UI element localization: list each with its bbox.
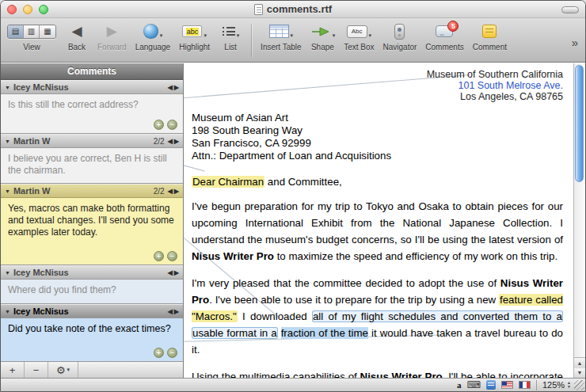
text-box-icon[interactable]: Abc [347,25,367,38]
view-segmented-control[interactable]: ▤ ▥ ▦ [7,25,56,39]
titlebar[interactable]: comments.rtf [1,1,585,18]
prev-comment-icon[interactable]: ◀ [168,188,173,195]
comment-body[interactable]: Did you take note of the exact times? +− [1,318,183,361]
prev-comment-icon[interactable]: ◀ [168,308,173,315]
comment-card-4[interactable]: ▼ Icey McNisus ◀▶ Where did you find the… [1,265,183,304]
zoom-control[interactable]: 125% ▲▼ [542,380,571,390]
toolbar-back-button[interactable]: ◀ Back [65,22,89,51]
view-grid-icon[interactable]: ▦ [40,25,55,38]
comment-body[interactable]: I believe you are correct, Ben H is stil… [1,148,183,183]
comment-actions-menu-button[interactable]: ⚙▾ [48,362,78,378]
input-source-icon[interactable] [486,380,496,390]
minimize-button[interactable] [23,5,32,14]
dropdown-arrow-icon[interactable]: ▾ [369,32,372,39]
document-page[interactable]: Museum of Southern California 101 South … [184,63,573,378]
comment-card-2[interactable]: ▼ Martin W 2/2 ◀▶ I believe you are corr… [1,134,183,184]
toolbar-comments-button[interactable]: 5 Comments [425,22,463,51]
highlight-icon[interactable]: abc [182,25,202,37]
dropdown-arrow-icon[interactable]: ▾ [291,32,294,39]
comment-card-header[interactable]: ▼ Icey McNisus ◀▶ [1,80,183,94]
comments-bubble-icon[interactable]: 5 [436,25,453,37]
next-comment-icon[interactable]: ▶ [174,269,179,276]
view-draft-icon[interactable]: ▤ [8,25,24,38]
toolbar-overflow-chevron[interactable]: » [569,36,580,49]
toolbar-navigator-button[interactable]: Navigator [383,22,417,51]
add-reply-button[interactable]: + [154,348,164,358]
window-controls [7,5,48,14]
list-icon[interactable] [222,26,235,36]
zoom-level: 125% [542,380,565,390]
shape-arrow-icon[interactable] [310,25,331,39]
comment-card-5[interactable]: ▼ Icey McNisus ◀▶ Did you take note of t… [1,304,183,362]
comment-card-1[interactable]: ▼ Icey McNisus ◀▶ Is this still the corr… [1,80,183,134]
toolbar-insert-table-button[interactable]: ▾ Insert Table [261,22,302,51]
toolbar-language-button[interactable]: ▾ Language [135,22,171,51]
add-reply-button[interactable]: + [154,251,164,261]
zoom-down-icon[interactable]: ▼ [567,385,571,389]
add-reply-button[interactable]: + [154,120,164,130]
zoom-stepper[interactable]: ▲▼ [567,381,571,389]
table-icon[interactable] [269,25,289,38]
prev-comment-icon[interactable]: ◀ [168,138,173,145]
paragraph-1: I've begun preparation for my trip to To… [192,198,563,265]
comment-card-header[interactable]: ▼ Martin W 2/2 ◀▶ [1,184,183,198]
back-arrow-icon[interactable]: ◀ [71,25,82,38]
toolbar-label-insert-table: Insert Table [261,43,302,51]
delete-comment-button[interactable]: − [167,348,177,358]
scroll-up-arrow[interactable]: ▲ [574,358,585,368]
comment-card-header[interactable]: ▼ Icey McNisus ◀▶ [1,304,183,318]
gear-icon: ⚙ [56,364,66,376]
add-comment-button[interactable]: + [1,362,25,378]
zoom-button[interactable] [39,5,48,14]
dropdown-arrow-icon[interactable]: ▾ [237,32,240,39]
forward-arrow-icon[interactable]: ▶ [107,25,117,38]
close-button[interactable] [7,5,17,14]
toolbar-shape-button[interactable]: ▾ Shape [310,22,336,51]
next-comment-icon[interactable]: ▶ [174,84,179,91]
view-page-icon[interactable]: ▥ [24,25,40,38]
dropdown-arrow-icon[interactable]: ▾ [160,32,163,39]
disclosure-triangle-icon[interactable]: ▼ [5,139,10,144]
disclosure-triangle-icon[interactable]: ▼ [5,85,10,90]
delete-comment-button[interactable]: − [167,120,177,130]
toolbar-forward-button[interactable]: ▶ Forward [97,22,127,51]
document-proxy-icon[interactable] [254,4,263,15]
delete-comment-button[interactable]: − [167,251,177,261]
navigator-icon[interactable] [394,24,405,40]
dropdown-arrow-icon[interactable]: ▾ [333,32,336,39]
comment-card-3[interactable]: ▼ Martin W 2/2 ◀▶ Yes, macros can make b… [1,184,183,265]
comment-body[interactable]: Is this still the correct address? +− [1,94,183,133]
toolbar-view-control[interactable]: ▤ ▥ ▦ View [7,22,56,51]
prev-comment-icon[interactable]: ◀ [168,269,173,276]
resize-grip[interactable] [574,380,584,390]
toolbar-toggle-button[interactable] [561,6,579,13]
disclosure-triangle-icon[interactable]: ▼ [5,309,10,314]
remove-comment-button[interactable]: − [25,362,48,378]
toolbar-comment-button[interactable]: Comment [473,22,507,51]
disclosure-triangle-icon[interactable]: ▼ [5,270,10,276]
vertical-scrollbar[interactable]: ▲ ▼ [573,63,585,378]
next-comment-icon[interactable]: ▶ [174,138,179,145]
comment-body[interactable]: Where did you find them? [1,280,183,303]
toolbar-highlight-button[interactable]: abc▾ Highlight [179,22,210,51]
text-service-icon[interactable]: a [457,380,462,390]
comment-card-header[interactable]: ▼ Martin W 2/2 ◀▶ [1,134,183,148]
toolbar-text-box-button[interactable]: Abc▾ Text Box [344,22,374,51]
language-flag-icon[interactable] [519,381,531,389]
comment-body[interactable]: Yes, macros can make both formatting and… [1,198,183,265]
next-comment-icon[interactable]: ▶ [174,188,179,195]
toolbar-label-comment: Comment [473,43,507,51]
globe-icon[interactable] [143,24,158,39]
dropdown-arrow-icon[interactable]: ▾ [204,32,207,39]
comment-note-icon[interactable] [482,25,497,38]
keyboard-icon[interactable]: ⌨ [467,380,481,390]
scrollbar-thumb[interactable] [575,65,584,182]
next-comment-icon[interactable]: ▶ [174,308,179,315]
us-flag-icon[interactable] [501,381,513,389]
scroll-down-arrow[interactable]: ▼ [574,368,585,379]
prev-comment-icon[interactable]: ◀ [168,84,173,91]
comment-card-header[interactable]: ▼ Icey McNisus ◀▶ [1,265,183,280]
document-area[interactable]: Museum of Southern California 101 South … [184,63,585,378]
toolbar-list-button[interactable]: ▾ List [219,22,242,51]
disclosure-triangle-icon[interactable]: ▼ [5,188,10,194]
